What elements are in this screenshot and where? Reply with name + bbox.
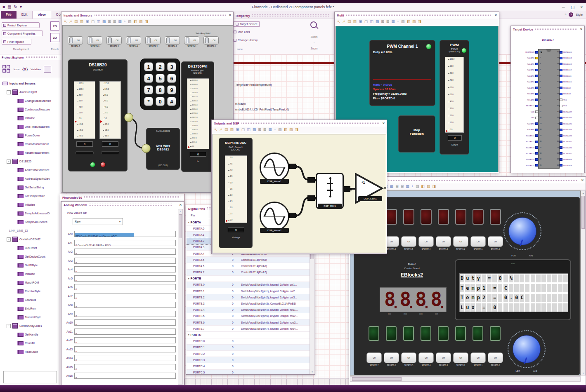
- toolbar-icon[interactable]: ▩: [390, 185, 394, 188]
- analog-value-field[interactable]: 0: [74, 337, 176, 343]
- toolbar-icon[interactable]: ◫: [97, 20, 100, 23]
- tree-item[interactable]: GetDeviceCount: [0, 252, 61, 261]
- toolbar-icon[interactable]: ▩: [376, 20, 379, 23]
- tree-item[interactable]: GetTemperature: [0, 192, 61, 200]
- toggle-button[interactable]: Off: [436, 352, 451, 363]
- tree-item[interactable]: BusReset: [0, 244, 61, 252]
- toggle-button[interactable]: Off: [436, 236, 451, 247]
- toolbar-icon[interactable]: ⊟: [386, 20, 390, 23]
- toolbar-icon[interactable]: ◨: [418, 20, 422, 23]
- chip-pin[interactable]: RA1/AN1: [513, 63, 538, 66]
- analog-value-field[interactable]: 0: [74, 346, 176, 352]
- view-toggle-item[interactable]: Change History: [234, 39, 258, 42]
- toggle-button[interactable]: Off: [418, 236, 434, 247]
- dsp-panel-canvas[interactable]: MCP47x6 DAC DAC_Output1 (I2C CH1) 5.04.5…: [213, 134, 386, 253]
- chip-pin[interactable]: RC4/AN20: [560, 152, 584, 155]
- chip-pin[interactable]: VSS: [513, 116, 538, 119]
- toggle-button[interactable]: Off: [453, 236, 468, 247]
- chip-pin[interactable]: RA2/AN2: [513, 68, 538, 71]
- chip-pin[interactable]: RB2/AN10: [560, 80, 584, 83]
- pin-row[interactable]: PORTA.6 0 ComboBL0114(PinA6): [187, 263, 310, 269]
- slide-switch[interactable]: Off: [106, 36, 122, 45]
- pwm-meter-component[interactable]: PWM PWM2 (PWM CH1) 100.090.080.070.060.0…: [440, 40, 469, 155]
- switch-slider[interactable]: [128, 38, 131, 43]
- analog-value-field[interactable]: 0: [74, 355, 176, 361]
- toolbar-icon[interactable]: ▢: [91, 20, 95, 23]
- chip-pin[interactable]: RE0/AN8: [513, 92, 538, 95]
- find-replace-button[interactable]: Find/Replace: [2, 39, 31, 45]
- view-toggle-item[interactable]: Icon Lists: [234, 31, 250, 33]
- slide-switch[interactable]: Off: [87, 36, 102, 45]
- chip-pin[interactable]: RA4/AN4: [513, 80, 538, 83]
- toolbar-icon[interactable]: ⊞: [108, 20, 111, 23]
- tree-item[interactable]: SampleAllDevices: [0, 218, 61, 226]
- keypad-key[interactable]: 4: [144, 74, 153, 83]
- chip-pin[interactable]: RB7/AN15: [560, 51, 584, 54]
- tree-item[interactable]: GetIDByte: [0, 261, 61, 270]
- dsp-wave2-component[interactable]: [260, 202, 289, 231]
- tree-item[interactable]: OneWireDS2482: [0, 235, 61, 244]
- toggle-button[interactable]: Off: [401, 352, 416, 363]
- toolbar-icon[interactable]: ↗: [220, 128, 223, 131]
- toolbar-icon[interactable]: ↗: [343, 20, 346, 23]
- tree-item[interactable]: MatchROM: [0, 278, 61, 287]
- analog-value-field[interactable]: 0: [74, 266, 176, 272]
- pin-row[interactable]: PORTB: [187, 276, 310, 282]
- chip-pin[interactable]: RD4/AN24: [560, 128, 584, 131]
- toolbar-icon[interactable]: ↖: [64, 20, 67, 23]
- slide-switch[interactable]: Off: [203, 36, 219, 45]
- outputs-dsp-titlebar[interactable]: Outputs and DSP ×: [212, 120, 387, 127]
- toolbar-icon[interactable]: ↗: [69, 20, 73, 23]
- dsp-wave1-component[interactable]: [260, 153, 289, 182]
- tree-item[interactable]: ContinuousMeasure: [0, 105, 61, 114]
- multi-window-titlebar[interactable]: Multi ×: [335, 12, 499, 19]
- pin-row[interactable]: PORTB.2 0 SwitchArraySlide1(pin2), keypa…: [187, 294, 310, 300]
- ds18b20-component[interactable]: DS18B20 DS18B20 125.0105.085.065.045.025…: [68, 59, 128, 171]
- tree-item[interactable]: Initialise: [0, 114, 61, 122]
- toolbar-icon[interactable]: ⊟: [113, 20, 116, 23]
- toolbar-icon[interactable]: ▨: [139, 20, 143, 23]
- tree-item[interactable]: OneTimeMeasurem: [0, 122, 61, 131]
- toolbar-icon[interactable]: ▢: [241, 128, 245, 131]
- pin-row[interactable]: PORTB.3 0 SwitchArraySlide1(pin3), Combo…: [187, 300, 310, 307]
- toolbar-icon[interactable]: ▨: [289, 128, 293, 131]
- pin-row[interactable]: PORTC.3 0: [187, 357, 310, 363]
- tree-item[interactable]: SampleAddressedD: [0, 209, 61, 218]
- toolbar-icon[interactable]: ▥: [80, 20, 84, 23]
- keypad-key[interactable]: 1: [144, 62, 153, 71]
- view-toggle-item[interactable]: Target Device: [234, 21, 260, 27]
- slide-switch[interactable]: Off: [165, 36, 180, 45]
- toolbar-icon[interactable]: ▩: [253, 128, 256, 131]
- close-icon[interactable]: ×: [581, 178, 584, 182]
- toolbar-icon[interactable]: ▦: [406, 185, 409, 188]
- pin-row[interactable]: PORTB.7 0 SwitchArraySlide1(pin7), keypa…: [187, 326, 310, 332]
- chip-pin[interactable]: VDD: [513, 110, 538, 113]
- toolbar-icon[interactable]: ◨: [145, 20, 149, 23]
- map-function-component[interactable]: Map Function: [398, 115, 435, 153]
- tree-item[interactable]: DS18B20: [0, 157, 61, 166]
- toolbar-icon[interactable]: ⊞: [395, 185, 399, 188]
- chip-pin[interactable]: RD0/AN20: [513, 158, 538, 161]
- tree-item[interactable]: GetSerialString: [0, 183, 61, 192]
- vertical-scrollbar[interactable]: ▴▾: [581, 190, 586, 376]
- toolbar-icon[interactable]: ◨: [295, 128, 299, 131]
- close-icon[interactable]: ×: [229, 13, 231, 17]
- toolbar-icon[interactable]: ◧: [421, 185, 425, 188]
- minimize-icon[interactable]: ─: [562, 5, 565, 9]
- tree-item[interactable]: AmbientLight1: [0, 88, 61, 96]
- tree-item[interactable]: ReadMeasurement: [0, 140, 61, 148]
- pin-row[interactable]: PORTC.4 0: [187, 363, 310, 369]
- pin-row[interactable]: PORTC.2 0: [187, 351, 310, 357]
- toolbar-icon[interactable]: ⊟: [401, 185, 404, 188]
- macros-tab-icon[interactable]: [44, 66, 51, 73]
- vertical-scrollbar[interactable]: ▴: [178, 209, 183, 385]
- bh1750-component[interactable]: BH1750FVI AmbientLight1 (I2C CH1) 65536.…: [181, 61, 214, 172]
- project-explorer-button[interactable]: Project Explorer: [2, 22, 40, 28]
- ribbon-tab[interactable]: View: [32, 11, 51, 19]
- tree-item[interactable]: PowerDown: [0, 131, 61, 140]
- output-connector[interactable]: [289, 213, 296, 218]
- switch-slider[interactable]: [147, 38, 151, 43]
- close-icon[interactable]: ×: [383, 121, 385, 125]
- toolbar-icon[interactable]: ▩: [102, 20, 106, 23]
- switch-slider[interactable]: [69, 38, 73, 43]
